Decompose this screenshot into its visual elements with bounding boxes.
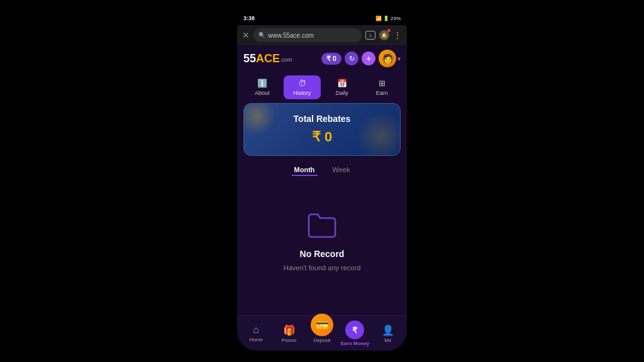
tab-about-label: About bbox=[255, 90, 270, 96]
home-icon: ⌂ bbox=[253, 324, 259, 336]
history-icon: ⏱ bbox=[298, 79, 306, 88]
app-content: 55 ACE .com ₹ 0 ↻ + 🧑 ▾ ℹ️ About bbox=[237, 45, 407, 351]
chevron-down-icon: ▾ bbox=[397, 55, 401, 62]
search-icon: 🔍 bbox=[258, 32, 265, 38]
avatar: 🧑 bbox=[379, 50, 396, 67]
status-bar: 3:38 📶 🔋 23% bbox=[237, 11, 407, 25]
balance-display[interactable]: ₹ 0 bbox=[321, 53, 341, 65]
tab-earn-label: Earn bbox=[376, 90, 388, 96]
logo-com: .com bbox=[280, 57, 292, 63]
earn-icon: ⊞ bbox=[379, 79, 386, 88]
app-header: 55 ACE .com ₹ 0 ↻ + 🧑 ▾ bbox=[237, 45, 407, 72]
period-month-button[interactable]: Month bbox=[292, 165, 318, 176]
rebates-card: Total Rebates ₹ 0 bbox=[243, 103, 401, 156]
logo-ace: ACE bbox=[256, 53, 280, 64]
browser-close-button[interactable]: ✕ bbox=[242, 30, 250, 40]
avatar-area[interactable]: 🧑 ▾ bbox=[379, 50, 401, 67]
refresh-button[interactable]: ↻ bbox=[345, 52, 358, 65]
browser-url-bar[interactable]: 🔍 www.55ace.com bbox=[253, 28, 362, 42]
tab-count-badge[interactable]: 1 bbox=[365, 31, 375, 40]
promo-icon: 🎁 bbox=[283, 324, 296, 336]
notif-icon: 🔔 bbox=[381, 33, 387, 38]
url-text: www.55ace.com bbox=[268, 32, 314, 39]
tabs-container: ℹ️ About ⏱ History 📅 Daily ⊞ Earn bbox=[237, 72, 407, 103]
deposit-icon-wrap: 💳 bbox=[311, 314, 333, 336]
nav-me-label: Me bbox=[384, 337, 391, 343]
nav-deposit-label: Deposit bbox=[313, 337, 330, 343]
nav-promo-label: Promo bbox=[282, 337, 297, 343]
browser-bar: ✕ 🔍 www.55ace.com 1 🔔 ⋮ bbox=[237, 25, 407, 45]
nav-me[interactable]: 👤 Me bbox=[372, 324, 404, 343]
nav-home[interactable]: ⌂ Home bbox=[240, 324, 272, 343]
status-time: 3:38 bbox=[243, 15, 255, 21]
bottom-nav: ⌂ Home 🎁 Promo 💳 Deposit ₹ Earn Money bbox=[237, 315, 407, 351]
status-icons: 📶 🔋 23% bbox=[375, 16, 401, 21]
add-funds-button[interactable]: + bbox=[362, 52, 375, 65]
header-right: ₹ 0 ↻ + 🧑 ▾ bbox=[321, 50, 401, 67]
empty-state: No Record Haven't found any record bbox=[237, 180, 407, 315]
tab-earn[interactable]: ⊞ Earn bbox=[364, 75, 401, 99]
nav-promo[interactable]: 🎁 Promo bbox=[272, 324, 305, 343]
empty-title: No Record bbox=[300, 249, 345, 259]
rebates-title: Total Rebates bbox=[294, 114, 351, 124]
more-options-icon[interactable]: ⋮ bbox=[393, 30, 402, 40]
notification-badge[interactable]: 🔔 bbox=[379, 30, 389, 40]
deposit-icon: 💳 bbox=[316, 319, 329, 332]
empty-subtitle: Haven't found any record bbox=[284, 264, 361, 272]
notification-dot bbox=[387, 29, 391, 32]
nav-deposit[interactable]: 💳 Deposit bbox=[306, 324, 338, 343]
nav-earn-money[interactable]: ₹ Earn Money bbox=[338, 321, 371, 346]
rebates-amount: ₹ 0 bbox=[312, 129, 332, 145]
tab-history[interactable]: ⏱ History bbox=[284, 75, 321, 99]
app-logo: 55 ACE .com bbox=[243, 53, 292, 64]
tab-about[interactable]: ℹ️ About bbox=[243, 75, 281, 99]
signal-icons: 📶 🔋 23% bbox=[375, 16, 401, 21]
balance-amount: ₹ 0 bbox=[326, 55, 336, 63]
nav-home-label: Home bbox=[250, 337, 263, 343]
period-week-button[interactable]: Week bbox=[330, 165, 353, 176]
tab-daily-label: Daily bbox=[336, 90, 348, 96]
nav-earn-money-label: Earn Money bbox=[341, 341, 369, 346]
about-icon: ℹ️ bbox=[257, 79, 267, 88]
earn-money-icon-wrap: ₹ bbox=[345, 321, 364, 339]
tab-daily[interactable]: 📅 Daily bbox=[323, 75, 361, 99]
period-toggle: Month Week bbox=[237, 161, 407, 180]
browser-actions: 1 🔔 ⋮ bbox=[365, 30, 402, 40]
logo-55: 55 bbox=[243, 53, 256, 64]
phone-frame: 3:38 📶 🔋 23% ✕ 🔍 www.55ace.com 1 🔔 ⋮ 55 … bbox=[237, 11, 407, 351]
daily-icon: 📅 bbox=[337, 79, 347, 88]
me-icon: 👤 bbox=[382, 324, 394, 336]
folder-icon bbox=[306, 212, 338, 244]
tab-history-label: History bbox=[293, 90, 311, 96]
earn-money-icon: ₹ bbox=[352, 326, 357, 335]
